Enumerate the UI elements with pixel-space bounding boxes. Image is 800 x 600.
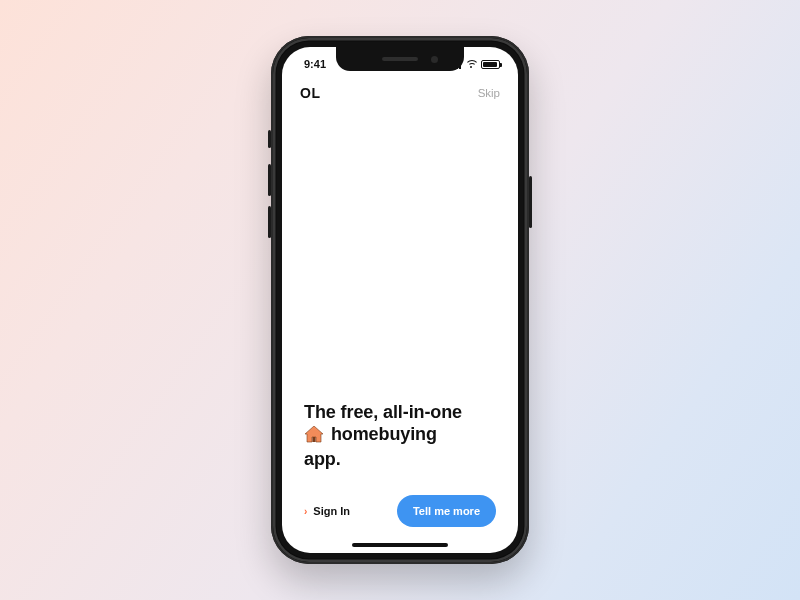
app-header: OL Skip bbox=[282, 81, 518, 101]
hero-line-3: app. bbox=[304, 449, 341, 469]
wifi-icon bbox=[465, 60, 477, 69]
svg-rect-1 bbox=[312, 437, 315, 442]
hero-line-2: homebuying bbox=[331, 424, 437, 444]
power-button[interactable] bbox=[529, 176, 532, 228]
volume-down-button[interactable] bbox=[268, 206, 271, 238]
chevron-right-icon: › bbox=[304, 506, 307, 517]
house-icon bbox=[304, 426, 324, 449]
hero-heading: The free, all-in-one homebuying app. bbox=[304, 402, 496, 471]
sign-in-button[interactable]: › Sign In bbox=[304, 505, 350, 517]
app-logo: OL bbox=[300, 85, 320, 101]
volume-up-button[interactable] bbox=[268, 164, 271, 196]
notch bbox=[336, 47, 464, 71]
screen: 9:41 OL Skip The free, all-in-one bbox=[282, 47, 518, 553]
hero-line-1: The free, all-in-one bbox=[304, 402, 462, 422]
skip-button[interactable]: Skip bbox=[478, 87, 500, 99]
hero-section: The free, all-in-one homebuying app. bbox=[282, 402, 518, 485]
phone-frame: 9:41 OL Skip The free, all-in-one bbox=[271, 36, 529, 564]
tell-me-more-button[interactable]: Tell me more bbox=[397, 495, 496, 527]
status-time: 9:41 bbox=[304, 58, 326, 70]
front-camera-icon bbox=[431, 56, 438, 63]
speaker-grille bbox=[382, 57, 418, 61]
mute-switch[interactable] bbox=[268, 130, 271, 148]
hero-spacer bbox=[282, 101, 518, 402]
sign-in-label: Sign In bbox=[313, 505, 350, 517]
battery-icon bbox=[481, 60, 500, 69]
home-indicator[interactable] bbox=[352, 543, 448, 547]
